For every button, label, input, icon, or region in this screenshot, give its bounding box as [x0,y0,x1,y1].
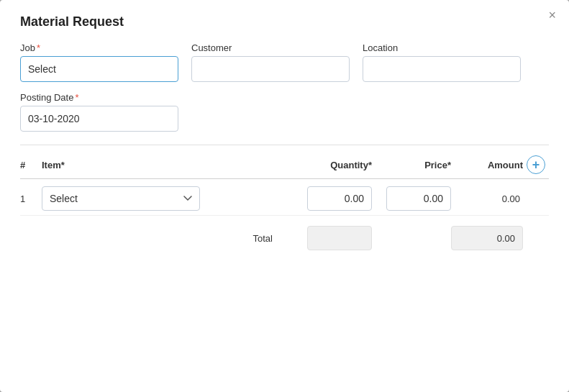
row-item-cell: Select [42,186,286,211]
close-button[interactable]: × [548,9,556,22]
modal-title: Material Request [20,14,549,29]
customer-group: Customer [191,42,350,82]
form-row-1: Job* Select Customer Location [20,42,549,82]
row-qty-cell [286,186,372,211]
item-select[interactable]: Select [42,186,200,211]
posting-date-label: Posting Date* [20,92,178,103]
row-number: 1 [20,193,42,204]
posting-date-group: Posting Date* [20,92,178,132]
location-label: Location [363,42,521,53]
col-amount-header: Amount [451,160,523,170]
col-qty-header: Quantity* [286,160,372,170]
job-group: Job* Select [20,42,178,82]
location-group: Location [363,42,521,82]
total-label: Total [20,233,286,244]
col-hash-header: # [20,160,42,170]
items-table: # Item* Quantity* Price* Amount + 1 [20,155,549,250]
customer-label: Customer [191,42,350,53]
job-select[interactable]: Select [20,56,178,82]
total-row: Total 0.00 [20,219,549,250]
customer-input[interactable] [191,56,350,82]
col-price-header: Price* [372,160,451,170]
table-row: 1 Select 0.00 [20,179,549,216]
add-row-button[interactable]: + [527,155,545,174]
price-input[interactable] [386,186,451,211]
posting-date-input[interactable] [20,106,178,132]
modal-overlay: × Material Request Job* Select Customer … [0,0,569,392]
total-qty-input[interactable] [307,226,372,250]
total-amount-box: 0.00 [451,226,523,250]
table-header: # Item* Quantity* Price* Amount + [20,155,549,179]
item-select-wrap: Select [42,186,200,211]
material-request-modal: × Material Request Job* Select Customer … [0,0,569,392]
col-add-header: + [523,155,549,174]
row-price-cell [372,186,451,211]
location-input[interactable] [363,56,521,82]
form-row-2: Posting Date* [20,92,549,132]
total-qty-cell [286,226,372,250]
job-label: Job* [20,42,178,53]
col-item-header: Item* [42,160,286,170]
row-amount-cell: 0.00 [451,193,523,204]
section-divider [20,145,549,145]
quantity-input[interactable] [307,186,372,211]
